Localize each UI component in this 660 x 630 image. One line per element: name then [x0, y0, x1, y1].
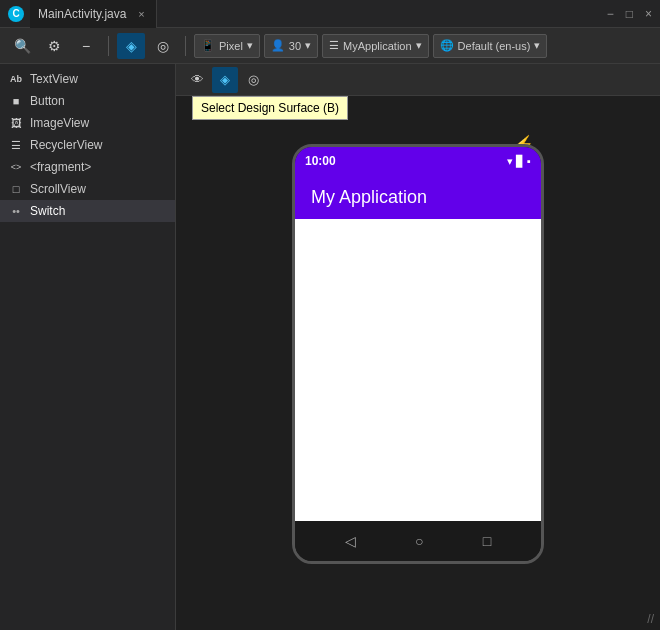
code-view-button[interactable]: ◎ [149, 33, 177, 59]
minimize-icon[interactable]: − [607, 7, 614, 21]
palette-item-textview[interactable]: Ab TextView [0, 68, 175, 90]
phone-status-bar: 10:00 ▾ ▊ ▪ [295, 147, 541, 175]
locale-dropdown[interactable]: 🌐 Default (en-us) ▾ [433, 34, 548, 58]
button-icon: ■ [8, 93, 24, 109]
resize-icon: // [647, 612, 654, 626]
maximize-icon[interactable]: □ [626, 7, 633, 21]
phone-app-bar: My Application [295, 175, 541, 219]
window-controls: − □ × [607, 7, 652, 21]
palette-item-button-label: Button [30, 94, 65, 108]
app-label: MyApplication [343, 40, 411, 52]
palette-item-fragment-label: <fragment> [30, 160, 91, 174]
back-nav-icon: ◁ [345, 533, 356, 549]
device-dropdown[interactable]: 📱 Pixel ▾ [194, 34, 260, 58]
phone-frame: 10:00 ▾ ▊ ▪ My Application ◁ ○ [292, 144, 544, 564]
device-icon: 📱 [201, 39, 215, 52]
locale-icon: 🌐 [440, 39, 454, 52]
tab-filename: MainActivity.java [38, 7, 126, 21]
main-layout: Ab TextView ■ Button 🖼 ImageView ☰ Recyc… [0, 64, 660, 630]
signal-icon: ▊ [516, 155, 524, 168]
palette-item-switch[interactable]: •• Switch [0, 200, 175, 222]
device-preview: 10:00 ▾ ▊ ▪ My Application ◁ ○ [292, 144, 544, 564]
recyclerview-icon: ☰ [8, 137, 24, 153]
home-nav-icon: ○ [415, 533, 423, 549]
toolbar-sep-1 [108, 36, 109, 56]
device-chevron-icon: ▾ [247, 39, 253, 52]
api-chevron-icon: ▾ [305, 39, 311, 52]
app-chevron-icon: ▾ [416, 39, 422, 52]
battery-icon: ▪ [527, 155, 531, 167]
palette-item-button[interactable]: ■ Button [0, 90, 175, 112]
search-icon: 🔍 [14, 38, 31, 54]
design-mode-icon: ◈ [220, 72, 230, 87]
api-label: 30 [289, 40, 301, 52]
close-tab-button[interactable]: × [134, 7, 148, 21]
wifi-icon: ▾ [507, 155, 513, 168]
file-tab[interactable]: MainActivity.java × [30, 0, 157, 28]
title-bar: C MainActivity.java × − □ × [0, 0, 660, 28]
minus-button[interactable]: − [72, 33, 100, 59]
palette-item-textview-label: TextView [30, 72, 78, 86]
gear-icon: ⚙ [48, 38, 61, 54]
design-surface-toolbar: 👁 ◈ ◎ [176, 64, 660, 96]
phone-content-area [295, 219, 541, 521]
palette-item-imageview[interactable]: 🖼 ImageView [0, 112, 175, 134]
component-palette: Ab TextView ■ Button 🖼 ImageView ☰ Recyc… [0, 64, 176, 630]
api-dropdown[interactable]: 👤 30 ▾ [264, 34, 318, 58]
device-label: Pixel [219, 40, 243, 52]
status-time: 10:00 [305, 154, 336, 168]
eye-icon: 👁 [191, 72, 204, 87]
palette-item-switch-label: Switch [30, 204, 65, 218]
palette-item-recyclerview[interactable]: ☰ RecyclerView [0, 134, 175, 156]
design-surface-button[interactable]: ◈ [117, 33, 145, 59]
imageview-icon: 🖼 [8, 115, 24, 131]
app-dropdown-icon: ☰ [329, 39, 339, 52]
locale-label: Default (en-us) [458, 40, 531, 52]
status-icons: ▾ ▊ ▪ [507, 155, 531, 168]
minus-icon: − [82, 38, 90, 54]
eye-button[interactable]: 👁 [184, 67, 210, 93]
api-icon: 👤 [271, 39, 285, 52]
app-dropdown[interactable]: ☰ MyApplication ▾ [322, 34, 428, 58]
main-toolbar: 🔍 ⚙ − ◈ ◎ 📱 Pixel ▾ 👤 30 ▾ ☰ MyApplicati… [0, 28, 660, 64]
switch-icon: •• [8, 203, 24, 219]
toolbar-sep-2 [185, 36, 186, 56]
scrollview-icon: □ [8, 181, 24, 197]
design-icon: ◈ [126, 38, 137, 54]
settings-button[interactable]: ⚙ [40, 33, 68, 59]
app-icon: C [8, 6, 24, 22]
phone-app-title: My Application [311, 187, 427, 208]
tooltip-text: Select Design Surface (B) [201, 101, 339, 115]
palette-item-imageview-label: ImageView [30, 116, 89, 130]
blueprint-icon: ◎ [248, 72, 259, 87]
design-mode-button[interactable]: ◈ [212, 67, 238, 93]
phone-nav-bar: ◁ ○ □ [295, 521, 541, 561]
design-canvas: 👁 ◈ ◎ Select Design Surface (B) ⚡ 10:00 [176, 64, 660, 630]
close-window-icon[interactable]: × [645, 7, 652, 21]
palette-item-scrollview[interactable]: □ ScrollView [0, 178, 175, 200]
resize-handle[interactable]: // [647, 610, 654, 626]
search-button[interactable]: 🔍 [8, 33, 36, 59]
blueprint-mode-button[interactable]: ◎ [240, 67, 266, 93]
recent-nav-icon: □ [483, 533, 491, 549]
palette-item-recyclerview-label: RecyclerView [30, 138, 102, 152]
locale-chevron-icon: ▾ [534, 39, 540, 52]
code-icon: ◎ [157, 38, 169, 54]
palette-item-scrollview-label: ScrollView [30, 182, 86, 196]
palette-item-fragment[interactable]: <> <fragment> [0, 156, 175, 178]
textview-icon: Ab [8, 71, 24, 87]
fragment-icon: <> [8, 159, 24, 175]
design-surface-tooltip: Select Design Surface (B) [192, 96, 348, 120]
